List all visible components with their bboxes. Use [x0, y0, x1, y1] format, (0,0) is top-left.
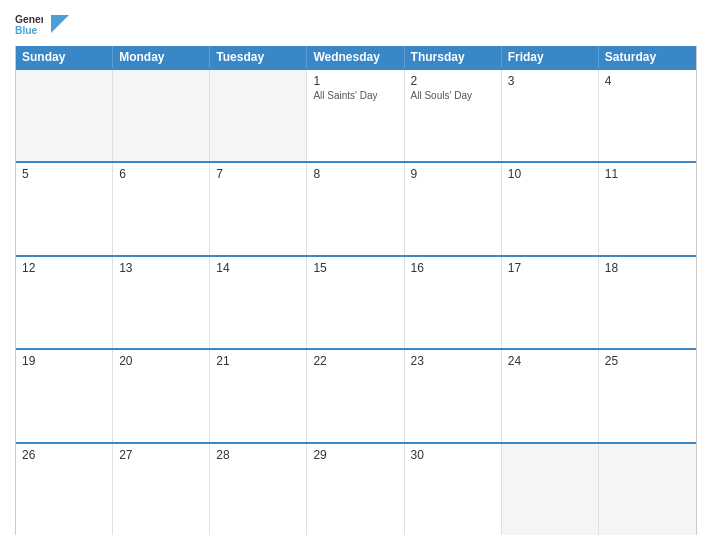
day-cell: 29 — [307, 444, 404, 535]
week-row-4: 19202122232425 — [16, 348, 696, 441]
day-number: 2 — [411, 74, 495, 88]
day-cell: 22 — [307, 350, 404, 441]
day-number: 3 — [508, 74, 592, 88]
day-number: 28 — [216, 448, 300, 462]
day-cell: 4 — [599, 70, 696, 161]
calendar-header: General Blue — [15, 10, 697, 38]
day-cell: 11 — [599, 163, 696, 254]
day-number: 16 — [411, 261, 495, 275]
day-cell — [210, 70, 307, 161]
day-header-thursday: Thursday — [405, 46, 502, 68]
day-number: 19 — [22, 354, 106, 368]
day-number: 26 — [22, 448, 106, 462]
day-number: 18 — [605, 261, 690, 275]
day-cell: 5 — [16, 163, 113, 254]
day-cell: 25 — [599, 350, 696, 441]
day-number: 14 — [216, 261, 300, 275]
day-cell: 26 — [16, 444, 113, 535]
svg-text:Blue: Blue — [15, 25, 38, 36]
day-number: 4 — [605, 74, 690, 88]
logo-icon: General Blue — [15, 10, 43, 38]
svg-marker-3 — [51, 15, 69, 33]
day-cell: 9 — [405, 163, 502, 254]
day-number: 6 — [119, 167, 203, 181]
day-number: 1 — [313, 74, 397, 88]
day-number: 8 — [313, 167, 397, 181]
day-cell: 17 — [502, 257, 599, 348]
day-cell: 1All Saints' Day — [307, 70, 404, 161]
day-header-tuesday: Tuesday — [210, 46, 307, 68]
day-cell — [502, 444, 599, 535]
day-cell: 20 — [113, 350, 210, 441]
day-header-sunday: Sunday — [16, 46, 113, 68]
day-cell: 30 — [405, 444, 502, 535]
day-headers-row: SundayMondayTuesdayWednesdayThursdayFrid… — [16, 46, 696, 68]
day-cell: 3 — [502, 70, 599, 161]
day-cell: 12 — [16, 257, 113, 348]
day-number: 20 — [119, 354, 203, 368]
day-cell: 6 — [113, 163, 210, 254]
day-number: 10 — [508, 167, 592, 181]
calendar-container: General Blue SundayMondayTuesdayWednesda… — [0, 0, 712, 550]
day-cell: 24 — [502, 350, 599, 441]
day-cell: 8 — [307, 163, 404, 254]
day-cell — [113, 70, 210, 161]
day-cell: 18 — [599, 257, 696, 348]
logo-triangle-icon — [51, 15, 69, 33]
day-number: 27 — [119, 448, 203, 462]
day-header-friday: Friday — [502, 46, 599, 68]
day-number: 22 — [313, 354, 397, 368]
day-number: 17 — [508, 261, 592, 275]
day-cell: 23 — [405, 350, 502, 441]
day-cell: 21 — [210, 350, 307, 441]
day-cell: 7 — [210, 163, 307, 254]
day-cell: 13 — [113, 257, 210, 348]
day-cell: 10 — [502, 163, 599, 254]
week-row-5: 2627282930 — [16, 442, 696, 535]
day-header-wednesday: Wednesday — [307, 46, 404, 68]
day-header-monday: Monday — [113, 46, 210, 68]
day-cell: 28 — [210, 444, 307, 535]
day-number: 11 — [605, 167, 690, 181]
day-cell — [16, 70, 113, 161]
svg-text:General: General — [15, 14, 43, 25]
day-number: 5 — [22, 167, 106, 181]
day-number: 9 — [411, 167, 495, 181]
day-cell: 27 — [113, 444, 210, 535]
day-cell: 19 — [16, 350, 113, 441]
day-number: 21 — [216, 354, 300, 368]
calendar-grid: SundayMondayTuesdayWednesdayThursdayFrid… — [15, 46, 697, 535]
holiday-name: All Souls' Day — [411, 90, 495, 102]
day-number: 15 — [313, 261, 397, 275]
week-row-1: 1All Saints' Day2All Souls' Day34 — [16, 68, 696, 161]
holiday-name: All Saints' Day — [313, 90, 397, 102]
day-cell: 2All Souls' Day — [405, 70, 502, 161]
day-number: 7 — [216, 167, 300, 181]
logo: General Blue — [15, 10, 69, 38]
weeks-container: 1All Saints' Day2All Souls' Day345678910… — [16, 68, 696, 535]
day-cell: 14 — [210, 257, 307, 348]
day-cell: 15 — [307, 257, 404, 348]
day-number: 25 — [605, 354, 690, 368]
day-number: 29 — [313, 448, 397, 462]
week-row-3: 12131415161718 — [16, 255, 696, 348]
day-cell: 16 — [405, 257, 502, 348]
day-number: 12 — [22, 261, 106, 275]
day-header-saturday: Saturday — [599, 46, 696, 68]
week-row-2: 567891011 — [16, 161, 696, 254]
day-number: 24 — [508, 354, 592, 368]
day-number: 30 — [411, 448, 495, 462]
day-cell — [599, 444, 696, 535]
day-number: 23 — [411, 354, 495, 368]
day-number: 13 — [119, 261, 203, 275]
